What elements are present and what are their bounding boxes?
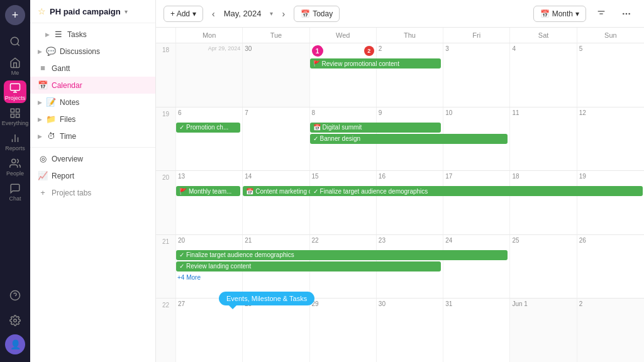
check-icon: ✓ — [313, 188, 318, 195]
sidebar-item-gantt[interactable]: ≡ Gantt — [30, 60, 155, 77]
sidebar-item-notes[interactable]: ▶ 📝 Notes — [30, 94, 155, 111]
day-cell[interactable]: 18 — [510, 171, 577, 234]
nav-people-label: People — [6, 170, 24, 177]
next-month-button[interactable]: › — [278, 6, 289, 21]
day-cell[interactable]: 24 — [443, 235, 510, 299]
week-row-18: 18 Apr 29, 2024 30 1 2 2 3 — [156, 43, 644, 107]
add-tabs-label: Project tabs — [52, 189, 91, 197]
day-cell[interactable]: 13 — [176, 171, 243, 234]
svg-rect-6 — [16, 114, 19, 118]
month-label: Month — [552, 9, 573, 18]
nav-everything[interactable]: Everything — [4, 106, 26, 128]
day-cell[interactable]: 6 — [176, 107, 243, 171]
day-date-today: 1 — [312, 45, 323, 57]
header-tue: Tue — [243, 28, 309, 43]
day-date: 2 — [579, 300, 583, 307]
overview-icon: ◎ — [38, 154, 48, 163]
day-date: 26 — [579, 237, 586, 244]
day-cell[interactable]: 11 — [510, 107, 577, 171]
day-date: 2 — [379, 45, 382, 52]
nav-home-label: Me — [11, 70, 19, 76]
day-date: 13 — [178, 173, 185, 180]
nav-search[interactable] — [4, 30, 26, 53]
day-date: 21 — [245, 237, 252, 244]
nav-projects[interactable]: Projects — [4, 80, 26, 103]
week-num-18: 18 — [156, 43, 176, 107]
day-cell[interactable]: 28 — [243, 299, 309, 362]
day-cell[interactable]: Jun 1 — [510, 299, 577, 362]
calendar-header: Mon Tue Wed Thu Fri Sat Sun — [156, 28, 644, 43]
event-finalize-demographics-w20[interactable]: ✓ Finalize target audience demographics — [310, 186, 643, 196]
week-row-20: 20 13 14 15 16 17 18 19 🚩 Monthly team..… — [156, 171, 644, 235]
day-cell[interactable]: 29 — [310, 299, 377, 362]
day-cell[interactable]: 15 — [310, 171, 377, 234]
today-button[interactable]: 📅 Today — [294, 6, 340, 22]
event-digital-summit[interactable]: 📅 Digital summit — [310, 123, 441, 133]
event-promotion-ch[interactable]: ✓ Promotion ch... — [176, 123, 240, 133]
more-events-label[interactable]: +4 More — [177, 274, 201, 281]
day-cell[interactable]: 31 — [443, 299, 510, 362]
event-banner-design[interactable]: ✓ Banner design — [310, 134, 508, 144]
project-chevron-icon[interactable]: ▾ — [125, 8, 128, 15]
day-cell[interactable]: 30 — [377, 299, 443, 362]
day-cell[interactable]: 12 — [577, 107, 644, 171]
sidebar-item-add-tabs[interactable]: + Project tabs — [30, 184, 155, 201]
nav-home[interactable]: Me — [4, 55, 26, 78]
filter-button[interactable] — [591, 4, 611, 24]
event-review-promotional[interactable]: 🚩 Review promotional content — [310, 58, 441, 69]
sidebar-item-files[interactable]: ▶ 📁 Files — [30, 111, 155, 128]
day-cell[interactable]: 26 — [577, 235, 644, 299]
day-cell[interactable]: 17 — [443, 171, 510, 234]
day-date: 28 — [245, 300, 252, 307]
nav-avatar[interactable]: 👤 — [5, 334, 25, 354]
sidebar-item-time[interactable]: ▶ ⏱ Time — [30, 128, 155, 145]
day-cell[interactable]: 27 — [176, 299, 243, 362]
svg-point-10 — [12, 159, 16, 163]
day-cell[interactable]: 2 — [377, 43, 443, 107]
sidebar-item-report[interactable]: 📈 Report — [30, 167, 155, 184]
header-fri: Fri — [443, 28, 510, 43]
event-flag-icon: 🚩 — [313, 60, 320, 67]
day-cell[interactable]: 7 — [243, 107, 309, 171]
day-cell[interactable]: 2 — [577, 299, 644, 362]
day-cell[interactable]: 19 — [577, 171, 644, 234]
day-cell[interactable]: 5 — [577, 43, 644, 107]
event-label: Monthly team... — [189, 188, 231, 195]
day-cell[interactable]: 4 — [510, 43, 577, 107]
nav-help[interactable] — [4, 284, 26, 307]
notes-label: Notes — [60, 98, 79, 107]
event-review-landing[interactable]: ✓ Review landing content — [176, 261, 441, 272]
header-mon: Mon — [176, 28, 243, 43]
sidebar-item-discussions[interactable]: ▶ 💬 Discussions — [30, 43, 155, 60]
nav-settings[interactable] — [4, 309, 26, 332]
sidebar-item-overview[interactable]: ◎ Overview — [30, 150, 155, 167]
event-monthly-team[interactable]: 🚩 Monthly team... — [176, 186, 240, 196]
tasks-icon: ☰ — [53, 30, 64, 39]
nav-chat-label: Chat — [9, 195, 21, 202]
day-cell[interactable]: 14 — [243, 171, 309, 234]
day-cell[interactable]: Apr 29, 2024 — [176, 43, 243, 107]
month-view-button[interactable]: 📅 Month ▾ — [533, 6, 586, 22]
calendar-label: Calendar — [52, 81, 82, 90]
day-date: 25 — [512, 237, 519, 244]
nav-people[interactable]: People — [4, 156, 26, 178]
nav-chat[interactable]: Chat — [4, 181, 26, 204]
tasks-label: Tasks — [67, 30, 87, 39]
day-cell[interactable]: 16 — [377, 171, 443, 234]
day-cell-may1[interactable]: 1 2 — [310, 43, 377, 107]
global-add-button[interactable]: + — [5, 5, 25, 25]
day-cell[interactable]: 3 — [443, 43, 510, 107]
more-options-button[interactable] — [616, 4, 636, 24]
prev-month-button[interactable]: ‹ — [208, 6, 219, 21]
day-date: 9 — [379, 109, 382, 116]
nav-reports[interactable]: Reports — [4, 131, 26, 153]
add-button[interactable]: + Add ▾ — [164, 6, 203, 22]
more-events-link[interactable]: +4 More — [177, 273, 201, 282]
sidebar-item-tasks[interactable]: ▶ ☰ Tasks — [30, 26, 155, 43]
day-cell[interactable]: 30 — [243, 43, 309, 107]
discussions-label: Discussions — [60, 47, 100, 56]
date-sub: Apr 29, 2024 — [208, 45, 241, 52]
event-finalize-demographics-w21[interactable]: ✓ Finalize target audience demographics — [176, 250, 508, 260]
day-cell[interactable]: 25 — [510, 235, 577, 299]
sidebar-item-calendar[interactable]: 📅 Calendar — [30, 77, 155, 94]
